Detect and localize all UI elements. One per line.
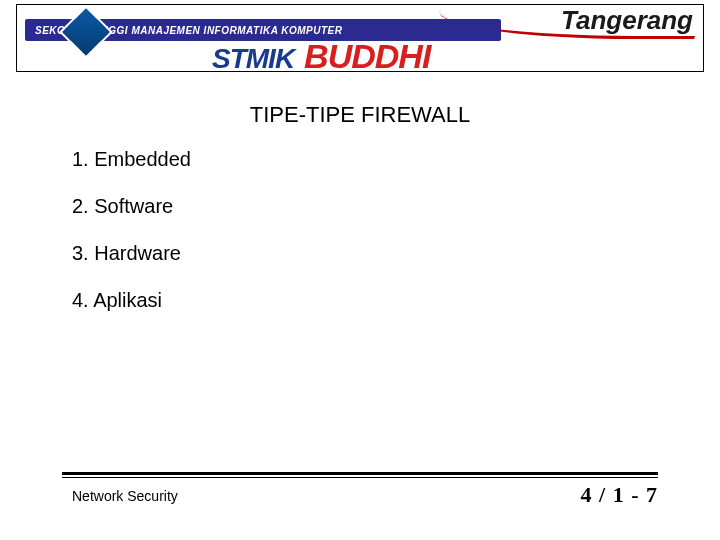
footer-divider-thin xyxy=(62,477,658,478)
acronym-label: STMIK xyxy=(212,43,294,72)
brand-row: STMIK BUDDHI xyxy=(212,37,430,72)
header-banner: SEKOLAH TINGGI MANAJEMEN INFORMATIKA KOM… xyxy=(16,4,704,72)
list-item: 3. Hardware xyxy=(72,242,191,265)
list-item: 4. Aplikasi xyxy=(72,289,191,312)
slide-title: TIPE-TIPE FIREWALL xyxy=(0,102,720,128)
brand-label: BUDDHI xyxy=(304,37,430,72)
logo-icon xyxy=(59,5,113,59)
city-label: Tangerang xyxy=(561,5,693,36)
footer-divider-thick xyxy=(62,472,658,475)
footer-page-number: 4 / 1 - 7 xyxy=(581,482,658,508)
content-list: 1. Embedded 2. Software 3. Hardware 4. A… xyxy=(72,148,191,336)
footer-subject: Network Security xyxy=(72,488,178,504)
list-item: 1. Embedded xyxy=(72,148,191,171)
list-item: 2. Software xyxy=(72,195,191,218)
institution-banner: SEKOLAH TINGGI MANAJEMEN INFORMATIKA KOM… xyxy=(17,5,703,71)
